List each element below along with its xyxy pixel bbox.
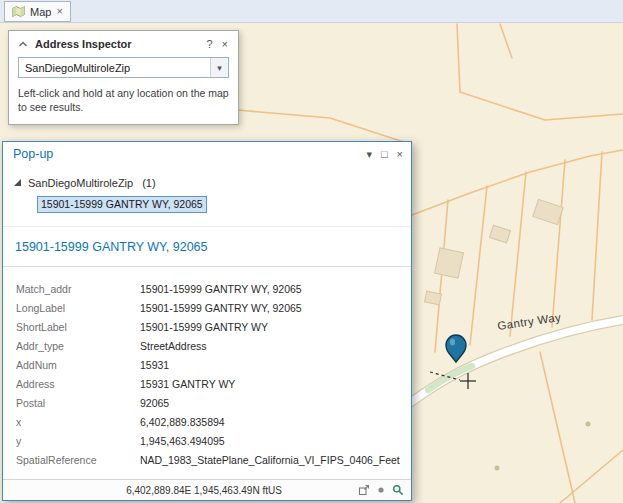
tab-map-label: Map — [30, 6, 51, 18]
table-row: Postal 92065 — [3, 393, 411, 412]
address-inspector-panel: Address Inspector ? × SanDiegoMultiroleZ… — [8, 30, 239, 125]
cursor-coordinates: 6,402,889.84E 1,945,463.49N ftUS — [10, 485, 352, 496]
tree-layer-count: (1) — [142, 177, 155, 189]
maximize-icon[interactable]: □ — [381, 149, 388, 160]
app-window: Gantry Way Map × — [0, 0, 623, 503]
inspector-instructions: Left-click and hold at any location on t… — [18, 86, 229, 114]
table-row: Match_addr 15901-15999 GANTRY WY, 92065 — [3, 279, 411, 298]
popup-status-bar: 6,402,889.84E 1,945,463.49N ftUS — [3, 479, 411, 500]
popup-header: Pop-up ▾ □ × — [3, 142, 411, 166]
tree-expander-icon[interactable] — [13, 178, 22, 187]
chevron-down-icon[interactable]: ▾ — [210, 58, 228, 77]
tab-close-icon[interactable]: × — [56, 6, 62, 17]
dock-icon[interactable] — [358, 484, 370, 496]
flash-location-icon[interactable] — [376, 485, 386, 495]
auto-hide-icon[interactable]: ▾ — [366, 149, 372, 160]
popup-title: Pop-up — [13, 147, 357, 161]
table-row: LongLabel 15901-15999 GANTRY WY, 92065 — [3, 298, 411, 317]
address-inspector-title: Address Inspector — [35, 38, 198, 50]
close-icon[interactable]: × — [397, 149, 403, 160]
table-row: Address 15931 GANTRY WY — [3, 374, 411, 393]
tree-selected-item[interactable]: 15901-15999 GANTRY WY, 92065 — [37, 196, 207, 213]
chevron-up-icon[interactable] — [18, 40, 28, 48]
close-icon[interactable]: × — [221, 39, 229, 50]
locator-dropdown[interactable]: SanDiegoMultiroleZip ▾ — [18, 57, 229, 78]
tab-map[interactable]: Map × — [4, 1, 71, 22]
locator-dropdown-value: SanDiegoMultiroleZip — [19, 62, 210, 74]
table-row: AddNum 15931 — [3, 355, 411, 374]
record-title-block: 15901-15999 GANTRY WY, 92065 — [3, 227, 411, 267]
view-tab-bar: Map × — [0, 0, 623, 23]
address-inspector-header: Address Inspector ? × — [9, 31, 238, 56]
table-row: Addr_type StreetAddress — [3, 336, 411, 355]
table-row: x 6,402,889.835894 — [3, 412, 411, 431]
attribute-table: Match_addr 15901-15999 GANTRY WY, 92065 … — [3, 267, 411, 479]
popup-result-tree: SanDiegoMultiroleZip (1) 15901-15999 GAN… — [3, 166, 411, 227]
record-title: 15901-15999 GANTRY WY, 92065 — [15, 240, 208, 254]
tree-layer-label: SanDiegoMultiroleZip — [28, 177, 133, 189]
tree-layer-row[interactable]: SanDiegoMultiroleZip (1) — [13, 174, 401, 191]
help-icon[interactable]: ? — [205, 39, 213, 50]
table-row: ShortLabel 15901-15999 GANTRY WY — [3, 317, 411, 336]
map-icon — [12, 6, 25, 17]
zoom-to-icon[interactable] — [392, 484, 404, 496]
popup-panel: Pop-up ▾ □ × SanDiegoMultiroleZip (1) 15… — [2, 141, 412, 501]
table-row: y 1,945,463.494095 — [3, 431, 411, 450]
table-row: SpatialReference NAD_1983_StatePlane_Cal… — [3, 450, 411, 469]
